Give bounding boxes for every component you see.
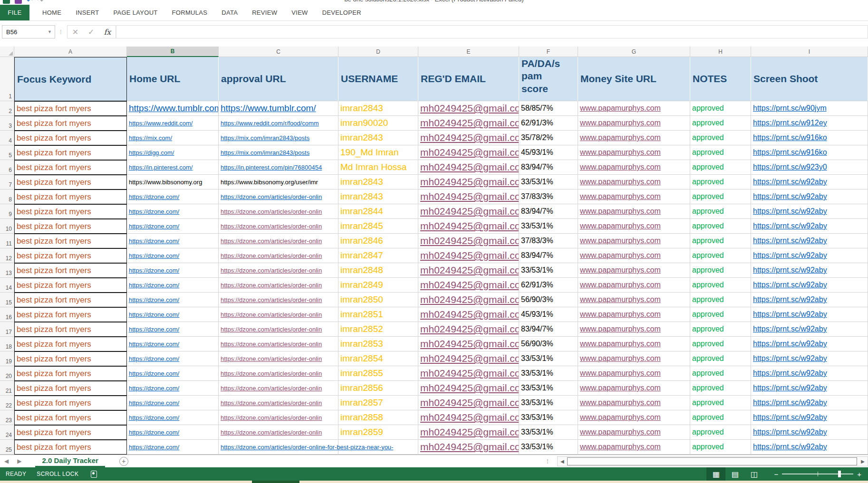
cell-G7[interactable]: www.papamurphys.com xyxy=(578,175,690,189)
cancel-icon[interactable]: ✕ xyxy=(72,28,78,37)
cell-D20[interactable]: imran2855 xyxy=(338,366,418,381)
row-header-5[interactable]: 5 xyxy=(0,145,14,160)
cell-G19[interactable]: www.papamurphys.com xyxy=(578,351,690,366)
cell-E9[interactable]: mh0249425@gmail.com xyxy=(418,204,519,219)
ribbon-tab-developer[interactable]: DEVELOPER xyxy=(315,5,368,20)
cell-E6[interactable]: mh0249425@gmail.com xyxy=(418,160,519,175)
cell-D12[interactable]: imran2847 xyxy=(338,248,418,263)
cell-G4[interactable]: www.papamurphys.com xyxy=(578,131,690,145)
cell-I8[interactable]: https://prnt.sc/w92aby xyxy=(751,189,868,204)
cell-A20[interactable]: best pizza fort myers xyxy=(14,366,127,381)
cell-G20[interactable]: www.papamurphys.com xyxy=(578,366,690,381)
cell-G10[interactable]: www.papamurphys.com xyxy=(578,219,690,234)
cell-C19[interactable]: https://dzone.com/articles/order-onlin xyxy=(219,351,338,366)
row-header-21[interactable]: 21 xyxy=(0,381,14,396)
cell-B17[interactable]: https://dzone.com/ xyxy=(127,322,219,337)
cell-A8[interactable]: best pizza fort myers xyxy=(14,189,127,204)
cell-E1[interactable]: REG'D EMAIL xyxy=(418,57,519,101)
cell-E2[interactable]: mh0249425@gmail.com xyxy=(418,101,519,116)
cell-I22[interactable]: https://prnt.sc/w92aby xyxy=(751,396,868,410)
cell-A5[interactable]: best pizza fort myers xyxy=(14,145,127,160)
cell-I5[interactable]: https://prnt.sc/w916ko xyxy=(751,145,868,160)
cell-C2[interactable]: https://www.tumblr.com/ xyxy=(219,101,338,116)
cell-I4[interactable]: https://prnt.sc/w916ko xyxy=(751,131,868,145)
cell-D18[interactable]: imran2853 xyxy=(338,337,418,351)
ribbon-tab-formulas[interactable]: FORMULAS xyxy=(165,5,215,20)
cell-C7[interactable]: https://www.bibsonomy.org/user/imr xyxy=(219,175,338,189)
row-header-3[interactable]: 3 xyxy=(0,116,14,131)
cell-I13[interactable]: https://prnt.sc/w92aby xyxy=(751,263,868,278)
cell-E22[interactable]: mh0249425@gmail.com xyxy=(418,396,519,410)
cell-C4[interactable]: https://mix.com/imran2843/posts xyxy=(219,131,338,145)
cell-F13[interactable]: 33/53/1% xyxy=(519,263,578,278)
cell-A19[interactable]: best pizza fort myers xyxy=(14,351,127,366)
name-box-dropdown-icon[interactable]: ▼ xyxy=(48,29,52,34)
row-header-17[interactable]: 17 xyxy=(0,322,14,337)
cell-G2[interactable]: www.papamurphys.com xyxy=(578,101,690,116)
row-header-9[interactable]: 9 xyxy=(0,204,14,219)
cell-A15[interactable]: best pizza fort myers xyxy=(14,293,127,307)
sheet-tab-daily-tracker[interactable]: 2.0 Daily Tracker xyxy=(35,455,105,467)
cell-D6[interactable]: Md Imran Hossa xyxy=(338,160,418,175)
cell-F4[interactable]: 35/78/2% xyxy=(519,131,578,145)
cell-E12[interactable]: mh0249425@gmail.com xyxy=(418,248,519,263)
formula-input[interactable] xyxy=(116,25,868,38)
cell-G18[interactable]: www.papamurphys.com xyxy=(578,337,690,351)
cell-C23[interactable]: https://dzone.com/articles/order-onlin xyxy=(219,410,338,425)
row-header-18[interactable]: 18 xyxy=(0,337,14,351)
cell-I1[interactable]: Screen Shoot xyxy=(751,57,868,101)
cell-B6[interactable]: https://in.pinterest.com/ xyxy=(127,160,219,175)
column-header-C[interactable]: C xyxy=(219,47,338,57)
cell-C18[interactable]: https://dzone.com/articles/order-onlin xyxy=(219,337,338,351)
cell-I12[interactable]: https://prnt.sc/w92aby xyxy=(751,248,868,263)
row-header-7[interactable]: 7 xyxy=(0,175,14,189)
cell-B24[interactable]: https://dzone.com/ xyxy=(127,425,219,440)
cell-H1[interactable]: NOTES xyxy=(690,57,751,101)
cell-H9[interactable]: approved xyxy=(690,204,751,219)
cell-E25[interactable]: mh0249425@gmail.com xyxy=(418,440,519,455)
cell-C5[interactable]: https://mix.com/imran2843/posts xyxy=(219,145,338,160)
cell-B11[interactable]: https://dzone.com/ xyxy=(127,234,219,248)
cell-D3[interactable]: imran90020 xyxy=(338,116,418,131)
cell-I19[interactable]: https://prnt.sc/w92aby xyxy=(751,351,868,366)
cell-F3[interactable]: 62/91/3% xyxy=(519,116,578,131)
ribbon-tab-insert[interactable]: INSERT xyxy=(68,5,106,20)
cell-I10[interactable]: https://prnt.sc/w92aby xyxy=(751,219,868,234)
cell-F1[interactable]: PA/DA/s pam score xyxy=(519,57,578,101)
cell-D22[interactable]: imran2857 xyxy=(338,396,418,410)
cell-F23[interactable]: 33/53/1% xyxy=(519,410,578,425)
cell-B8[interactable]: https://dzone.com/ xyxy=(127,189,219,204)
cell-A1[interactable]: Focus Keyword xyxy=(14,57,127,101)
column-header-D[interactable]: D xyxy=(338,47,418,57)
cell-H10[interactable]: approved xyxy=(690,219,751,234)
cell-B14[interactable]: https://dzone.com/ xyxy=(127,278,219,293)
cell-B2[interactable]: https://www.tumblr.com/ xyxy=(127,101,219,116)
cell-D10[interactable]: imran2845 xyxy=(338,219,418,234)
cell-H15[interactable]: approved xyxy=(690,293,751,307)
zoom-slider[interactable] xyxy=(782,474,853,474)
cell-F15[interactable]: 56/90/3% xyxy=(519,293,578,307)
cell-F2[interactable]: 58/85/7% xyxy=(519,101,578,116)
cell-E20[interactable]: mh0249425@gmail.com xyxy=(418,366,519,381)
tab-scroll-splitter[interactable]: ⁞ xyxy=(547,458,549,465)
cell-F16[interactable]: 45/93/1% xyxy=(519,307,578,322)
cell-C11[interactable]: https://dzone.com/articles/order-onlin xyxy=(219,234,338,248)
cell-B20[interactable]: https://dzone.com/ xyxy=(127,366,219,381)
cell-E15[interactable]: mh0249425@gmail.com xyxy=(418,293,519,307)
cell-C17[interactable]: https://dzone.com/articles/order-onlin xyxy=(219,322,338,337)
cell-D11[interactable]: imran2846 xyxy=(338,234,418,248)
row-header-22[interactable]: 22 xyxy=(0,396,14,410)
cell-A4[interactable]: best pizza fort myers xyxy=(14,131,127,145)
cell-C21[interactable]: https://dzone.com/articles/order-onlin xyxy=(219,381,338,396)
cell-I24[interactable]: https://prnt.sc/w92aby xyxy=(751,425,868,440)
cell-B16[interactable]: https://dzone.com/ xyxy=(127,307,219,322)
cell-C15[interactable]: https://dzone.com/articles/order-onlin xyxy=(219,293,338,307)
cell-G1[interactable]: Money Site URL xyxy=(578,57,690,101)
cell-F17[interactable]: 83/94/7% xyxy=(519,322,578,337)
cell-H24[interactable]: approved xyxy=(690,425,751,440)
cell-A6[interactable]: best pizza fort myers xyxy=(14,160,127,175)
cell-A9[interactable]: best pizza fort myers xyxy=(14,204,127,219)
cell-I20[interactable]: https://prnt.sc/w92aby xyxy=(751,366,868,381)
cell-I25[interactable]: https://prnt.sc/w92aby xyxy=(751,440,868,455)
new-sheet-icon[interactable]: + xyxy=(119,457,128,466)
